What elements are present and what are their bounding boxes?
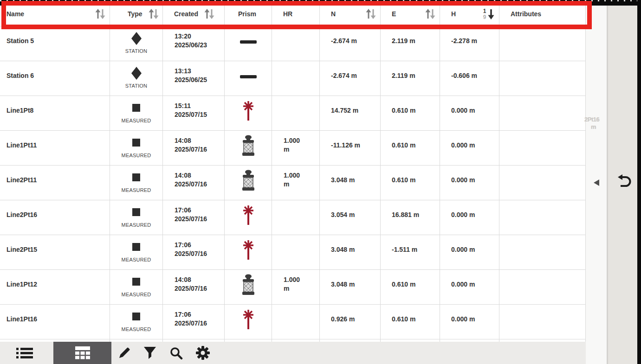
cell-prism	[225, 61, 272, 96]
cropped-title-bar	[0, 0, 641, 6]
cell-type: MEASURED	[110, 131, 163, 165]
measured-square-icon	[132, 104, 140, 112]
settings-button[interactable]	[189, 342, 216, 364]
table-row[interactable]: Line2Pt16 MEASURED 17:06 2025/07/16 3.05…	[0, 200, 586, 235]
measured-square-icon	[132, 173, 140, 181]
column-header[interactable]: N	[320, 6, 381, 26]
measured-square-icon	[132, 243, 140, 251]
cell-prism	[225, 200, 272, 235]
table-row[interactable]: Station 5 STATION 13:20 2025/06/23 -2.67…	[0, 26, 586, 61]
cell-h: -2.278 m	[440, 26, 499, 61]
undo-arrow-icon	[616, 174, 633, 188]
column-header[interactable]: HR	[272, 6, 320, 26]
cell-e: -1.511 m	[381, 235, 440, 269]
undo-button[interactable]	[616, 174, 633, 189]
column-header[interactable]: Name	[0, 6, 110, 26]
gear-icon	[195, 345, 210, 360]
reflectorless-target-icon	[241, 205, 255, 225]
table-row[interactable]: Line2Pt11 MEASURED 14:08 2025/07/16 1.00…	[0, 166, 586, 200]
cell-n: -2.674 m	[320, 26, 381, 61]
scrollbar[interactable]	[637, 0, 641, 364]
sort-updown-icon	[95, 8, 106, 19]
sort-updown-icon	[365, 8, 376, 19]
cell-attributes	[499, 200, 586, 235]
cell-n: 3.048 m	[320, 235, 381, 269]
measured-square-icon	[132, 278, 140, 286]
table-view-button[interactable]	[53, 342, 111, 364]
table-row[interactable]: Line1Pt8 MEASURED 15:11 2025/07/15 14.75…	[0, 96, 586, 131]
reflectorless-target-icon	[241, 240, 255, 260]
filter-button[interactable]	[137, 342, 162, 364]
search-button[interactable]	[162, 342, 189, 364]
table-row[interactable]: Station 6 STATION 13:13 2025/06/25 -2.67…	[0, 61, 586, 96]
cell-created: 14:08 2025/07/16	[163, 166, 225, 200]
table-row[interactable]: Line1Pt11 MEASURED 14:08 2025/07/16 1.00…	[0, 131, 586, 166]
cell-name: Line2Pt15	[0, 235, 110, 269]
column-header[interactable]: Created	[163, 6, 225, 26]
column-header[interactable]: H 1 9	[440, 6, 499, 26]
cell-type: MEASURED	[110, 305, 163, 339]
column-header[interactable]: Type	[110, 6, 163, 26]
cell-attributes	[499, 270, 586, 304]
cell-prism	[225, 96, 272, 130]
cell-created: 13:13 2025/06/25	[163, 61, 225, 96]
cell-e: 0.610 m	[381, 96, 440, 130]
cell-hr: 1.000 m	[272, 166, 320, 200]
point-manager-screen: Name Type Created Prism HR N E	[0, 0, 641, 364]
cell-h: 0.000 m	[440, 96, 499, 130]
pencil-icon	[117, 346, 131, 360]
triangle-left-icon	[594, 179, 599, 186]
cell-hr: 1.000 m	[272, 270, 320, 304]
reflectorless-target-icon	[241, 101, 255, 121]
cell-created: 17:06 2025/07/16	[163, 235, 225, 269]
cell-hr	[272, 235, 320, 269]
cell-attributes	[499, 166, 586, 200]
ghost-point-label: 2Pt16 m	[584, 116, 609, 131]
svg-text:9: 9	[483, 14, 486, 20]
cell-n: 14.752 m	[320, 96, 381, 130]
cell-type: MEASURED	[110, 96, 163, 130]
cell-hr	[272, 61, 320, 96]
cell-attributes	[499, 96, 586, 130]
cell-e: 0.610 m	[381, 270, 440, 304]
sort-updown-icon	[204, 8, 215, 19]
collapse-panel-button[interactable]	[593, 179, 600, 188]
column-header[interactable]: E	[381, 6, 440, 26]
cell-n: 3.054 m	[320, 200, 381, 235]
cell-name: Line1Pt11	[0, 131, 110, 165]
cell-h: 0.000 m	[440, 235, 499, 269]
svg-text:1: 1	[483, 8, 486, 14]
cell-created: 14:08 2025/07/16	[163, 131, 225, 165]
cell-name: Line2Pt16	[0, 200, 110, 235]
cell-type: MEASURED	[110, 235, 163, 269]
measured-square-icon	[132, 208, 140, 216]
reflectorless-target-icon	[241, 309, 255, 330]
cell-name: Line1Pt16	[0, 305, 110, 339]
list-view-button[interactable]	[7, 342, 42, 364]
edit-button[interactable]	[111, 342, 137, 364]
column-header[interactable]: Attributes	[499, 6, 586, 26]
cell-created: 17:06 2025/07/16	[163, 200, 225, 235]
cell-n: -11.126 m	[320, 131, 381, 165]
cell-attributes	[499, 26, 586, 61]
table-row[interactable]: Line2Pt15 MEASURED 17:06 2025/07/16 3.04…	[0, 235, 586, 270]
cell-type: MEASURED	[110, 270, 163, 304]
measured-square-icon	[132, 313, 140, 320]
cell-h: 0.000 m	[440, 166, 499, 200]
cell-n: 3.048 m	[320, 166, 381, 200]
column-header[interactable]: Prism	[225, 6, 272, 26]
cell-prism	[225, 26, 272, 61]
station-diamond-icon	[131, 67, 142, 80]
cell-n: 3.048 m	[320, 270, 381, 304]
cell-prism	[225, 166, 272, 200]
table-row[interactable]: Line1Pt16 MEASURED 17:06 2025/07/16 0.92…	[0, 305, 586, 339]
sort-updown-icon	[425, 8, 436, 19]
funnel-icon	[143, 346, 156, 359]
cell-attributes	[499, 131, 586, 165]
prism-360-icon	[240, 135, 257, 156]
cell-hr	[272, 26, 320, 61]
cell-type: STATION	[110, 26, 163, 61]
right-side-panel	[608, 6, 637, 364]
prism-360-icon	[240, 274, 257, 295]
table-row[interactable]: Line1Pt12 MEASURED 14:08 2025/07/16 1.00…	[0, 270, 586, 305]
